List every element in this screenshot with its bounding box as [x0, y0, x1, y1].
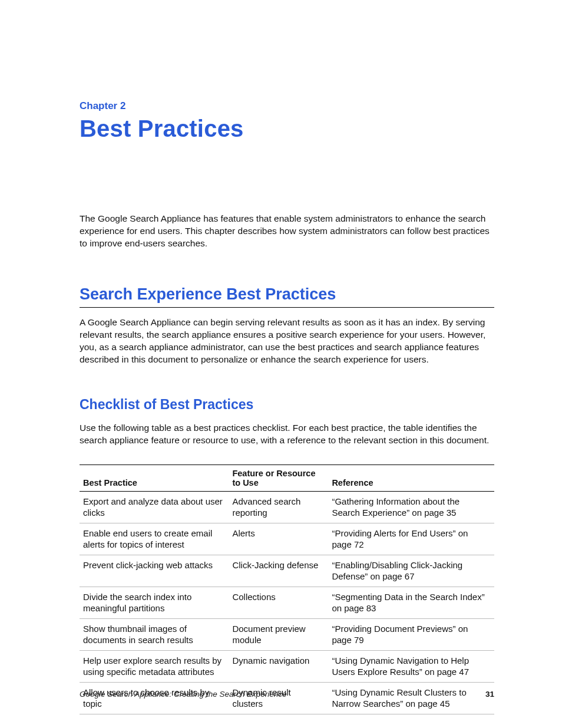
cell-reference: “Using Dynamic Navigation to Help Users … — [328, 650, 494, 682]
cell-feature: Advanced search reporting — [229, 491, 328, 523]
cell-practice: Divide the search index into meaningful … — [80, 587, 229, 618]
table-row: Help user explore search results by usin… — [80, 650, 494, 682]
table-row: Divide the search index into meaningful … — [80, 587, 494, 618]
cell-feature: Document preview module — [229, 618, 328, 650]
chapter-title: Best Practices — [80, 116, 494, 142]
section-title: Search Experience Best Practices — [80, 285, 494, 304]
cell-reference: “Providing Document Previews” on page 79 — [328, 618, 494, 650]
intro-paragraph: The Google Search Appliance has features… — [80, 213, 494, 250]
table-header-feature: Feature or Resource to Use — [229, 465, 328, 491]
table-row: Enable end users to create email alerts … — [80, 523, 494, 555]
page-footer: Google Search Appliance: Creating the Se… — [80, 690, 494, 699]
checklist-table: Best Practice Feature or Resource to Use… — [80, 465, 494, 714]
section-divider — [80, 307, 494, 308]
table-row: Export and analyze data about user click… — [80, 491, 494, 523]
chapter-label: Chapter 2 — [80, 100, 494, 112]
cell-feature: Dynamic navigation — [229, 650, 328, 682]
table-row: Show thumbnail images of documents in se… — [80, 618, 494, 650]
cell-practice: Help user explore search results by usin… — [80, 650, 229, 682]
cell-reference: “Providing Alerts for End Users” on page… — [328, 523, 494, 555]
cell-reference: “Gathering Information about the Search … — [328, 491, 494, 523]
cell-feature: Click-Jacking defense — [229, 555, 328, 587]
table-row: Prevent click-jacking web attacks Click-… — [80, 555, 494, 587]
subsection-paragraph: Use the following table as a best practi… — [80, 422, 494, 447]
cell-practice: Enable end users to create email alerts … — [80, 523, 229, 555]
section-paragraph: A Google Search Appliance can begin serv… — [80, 317, 494, 366]
document-page: Chapter 2 Best Practices The Google Sear… — [0, 0, 562, 728]
footer-doc-title: Google Search Appliance: Creating the Se… — [80, 690, 286, 699]
cell-practice: Prevent click-jacking web attacks — [80, 555, 229, 587]
table-header-reference: Reference — [328, 465, 494, 491]
subsection-title: Checklist of Best Practices — [80, 397, 494, 413]
cell-reference: “Enabling/Disabling Click-Jacking Defens… — [328, 555, 494, 587]
cell-feature: Collections — [229, 587, 328, 618]
table-header-practice: Best Practice — [80, 465, 229, 491]
table-header-row: Best Practice Feature or Resource to Use… — [80, 465, 494, 491]
cell-practice: Show thumbnail images of documents in se… — [80, 618, 229, 650]
cell-reference: “Segmenting Data in the Search Index” on… — [328, 587, 494, 618]
cell-feature: Alerts — [229, 523, 328, 555]
footer-page-number: 31 — [485, 690, 494, 699]
cell-practice: Export and analyze data about user click… — [80, 491, 229, 523]
